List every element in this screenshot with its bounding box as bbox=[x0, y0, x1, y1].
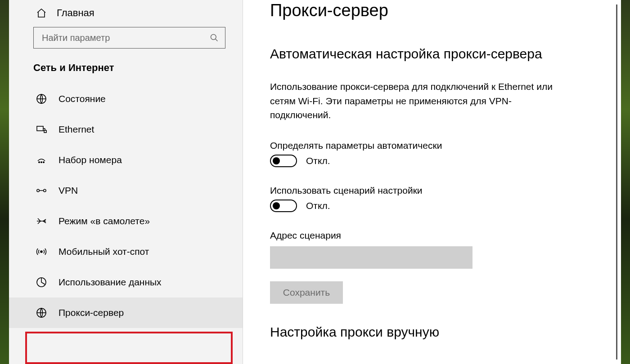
sidebar-item-airplane-mode[interactable]: Режим «в самолете» bbox=[9, 206, 243, 236]
svg-point-8 bbox=[39, 162, 40, 163]
sidebar-item-label: Использование данных bbox=[58, 277, 162, 288]
svg-point-14 bbox=[40, 251, 42, 253]
svg-point-9 bbox=[41, 162, 42, 163]
auto-detect-toggle-row: Откл. bbox=[270, 155, 621, 167]
auto-detect-label: Определять параметры автоматически bbox=[270, 140, 621, 151]
auto-detect-toggle[interactable] bbox=[270, 155, 297, 167]
script-address-label: Адрес сценария bbox=[270, 230, 621, 241]
desktop-wallpaper-left bbox=[0, 0, 9, 364]
sidebar-home[interactable]: Главная bbox=[9, 3, 243, 27]
annotation-highlight bbox=[25, 332, 233, 364]
save-button[interactable]: Сохранить bbox=[270, 281, 343, 304]
sidebar-item-label: Мобильный хот-спот bbox=[58, 246, 149, 257]
scrollbar[interactable] bbox=[616, 4, 617, 360]
sidebar-item-status[interactable]: Состояние bbox=[9, 84, 243, 114]
use-script-label: Использовать сценарий настройки bbox=[270, 185, 621, 196]
sidebar-item-label: VPN bbox=[58, 185, 78, 196]
sidebar-item-proxy[interactable]: Прокси-сервер bbox=[9, 297, 243, 328]
auto-detect-status: Откл. bbox=[306, 155, 330, 166]
sidebar-item-label: Состояние bbox=[58, 93, 106, 104]
svg-rect-5 bbox=[44, 130, 46, 133]
sidebar-item-vpn[interactable]: VPN bbox=[9, 175, 243, 206]
page-title: Прокси-сервер bbox=[270, 0, 621, 20]
use-script-status: Откл. bbox=[306, 200, 330, 211]
toggle-knob-icon bbox=[273, 202, 280, 209]
svg-point-12 bbox=[44, 189, 46, 192]
vpn-icon bbox=[36, 185, 47, 196]
use-script-toggle[interactable] bbox=[270, 200, 297, 212]
settings-window: Главная Найти параметр Сеть и Интернет С… bbox=[9, 0, 621, 364]
svg-point-0 bbox=[211, 35, 216, 40]
proxy-icon bbox=[36, 307, 47, 318]
svg-rect-4 bbox=[37, 126, 43, 131]
airplane-icon bbox=[36, 216, 47, 226]
dialup-icon bbox=[36, 155, 47, 165]
search-icon bbox=[210, 33, 219, 42]
sidebar-item-label: Ethernet bbox=[58, 124, 94, 135]
sidebar-item-data-usage[interactable]: Использование данных bbox=[9, 267, 243, 297]
sidebar-section-title: Сеть и Интернет bbox=[9, 60, 243, 84]
globe-icon bbox=[36, 93, 47, 104]
svg-point-11 bbox=[37, 189, 40, 192]
hotspot-icon bbox=[36, 246, 47, 257]
script-address-input[interactable] bbox=[270, 246, 472, 269]
sidebar-item-mobile-hotspot[interactable]: Мобильный хот-спот bbox=[9, 236, 243, 267]
sidebar-item-ethernet[interactable]: Ethernet bbox=[9, 114, 243, 145]
manual-proxy-section-title: Настройка прокси вручную bbox=[270, 324, 621, 340]
data-usage-icon bbox=[36, 277, 47, 288]
sidebar-home-label: Главная bbox=[57, 7, 94, 19]
search-placeholder: Найти параметр bbox=[42, 33, 110, 43]
auto-proxy-description: Использование прокси-сервера для подключ… bbox=[270, 80, 558, 122]
toggle-knob-icon bbox=[273, 157, 280, 164]
search-input[interactable]: Найти параметр bbox=[33, 27, 225, 49]
svg-line-1 bbox=[216, 39, 218, 41]
sidebar-item-label: Режим «в самолете» bbox=[58, 216, 150, 226]
desktop-wallpaper-right bbox=[621, 0, 630, 364]
sidebar-item-dialup[interactable]: Набор номера bbox=[9, 145, 243, 175]
home-icon bbox=[36, 8, 47, 18]
sidebar: Главная Найти параметр Сеть и Интернет С… bbox=[9, 0, 243, 364]
svg-point-10 bbox=[43, 162, 44, 163]
main-content: Прокси-сервер Автоматическая настройка п… bbox=[243, 0, 621, 364]
use-script-toggle-row: Откл. bbox=[270, 200, 621, 212]
sidebar-item-label: Набор номера bbox=[58, 155, 122, 165]
ethernet-icon bbox=[36, 124, 47, 135]
sidebar-item-label: Прокси-сервер bbox=[58, 307, 124, 318]
auto-proxy-section-title: Автоматическая настройка прокси-сервера bbox=[270, 46, 621, 62]
